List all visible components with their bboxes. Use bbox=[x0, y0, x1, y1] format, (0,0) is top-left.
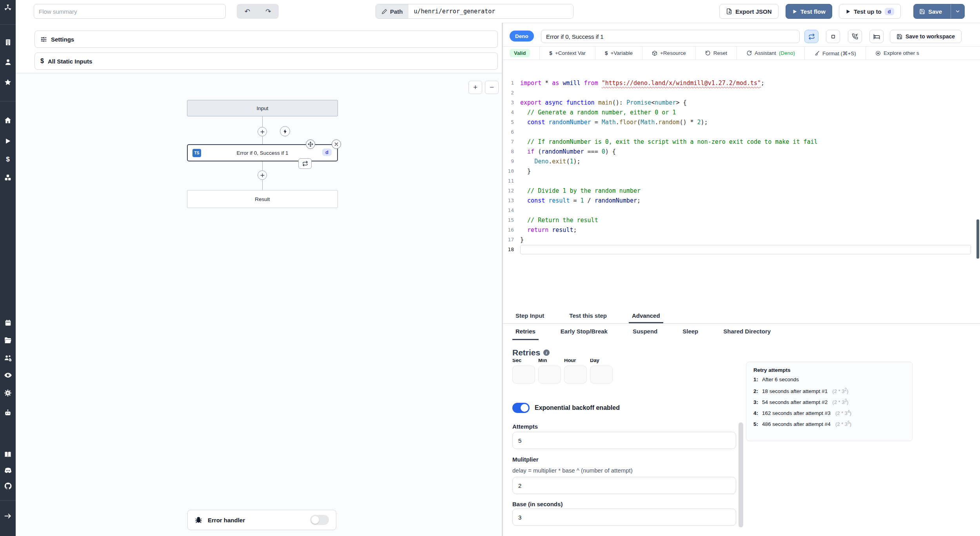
code-line-5[interactable]: 5 const randomNumber = Math.floor(Math.r… bbox=[503, 117, 980, 127]
folders-icon[interactable] bbox=[3, 335, 13, 345]
audit-eye-icon[interactable] bbox=[3, 370, 13, 380]
tab-test-this-step[interactable]: Test this step bbox=[566, 309, 610, 323]
insert-step-button[interactable] bbox=[258, 127, 267, 136]
code-line-2[interactable]: 2 bbox=[503, 88, 980, 98]
save-to-workspace-button[interactable]: Save to workspace bbox=[890, 30, 962, 43]
suspend-phone-button[interactable] bbox=[848, 30, 862, 43]
code-line-12[interactable]: 12 // Divide 1 by the random number bbox=[503, 186, 980, 196]
code-line-10[interactable]: 10 } bbox=[503, 166, 980, 176]
info-icon[interactable]: i bbox=[543, 349, 550, 356]
code-line-4[interactable]: 4 // Generate a random number, either 0 … bbox=[503, 107, 980, 117]
time-field-input[interactable] bbox=[538, 366, 561, 384]
reset-button[interactable]: Reset bbox=[695, 47, 737, 60]
code-line-16[interactable]: 16 return result; bbox=[503, 225, 980, 235]
editor-scrollbar-thumb[interactable] bbox=[976, 219, 979, 259]
discord-icon[interactable] bbox=[3, 465, 13, 475]
path-input[interactable] bbox=[408, 4, 573, 18]
code-line-14[interactable]: 14 bbox=[503, 205, 980, 215]
code-line-15[interactable]: 15 // Return the result bbox=[503, 215, 980, 225]
test-up-to-button[interactable]: Test up to d bbox=[839, 4, 901, 19]
save-button[interactable]: Save bbox=[913, 4, 965, 19]
add-context-var-button[interactable]: $+Context Var bbox=[539, 47, 595, 60]
time-field-input[interactable] bbox=[590, 366, 613, 384]
panel-splitter[interactable] bbox=[502, 23, 503, 536]
step-title-input[interactable] bbox=[541, 30, 800, 43]
zoom-out-button[interactable]: − bbox=[485, 81, 499, 94]
test-flow-button[interactable]: Test flow bbox=[786, 4, 832, 19]
all-static-inputs-row[interactable]: $ All Static Inputs bbox=[34, 53, 498, 70]
code-line-17[interactable]: 17} bbox=[503, 235, 980, 244]
code-line-9[interactable]: 9 Deno.exit(1); bbox=[503, 156, 980, 166]
editor-toolbar: Valid $+Context Var $+Variable +Resource… bbox=[503, 46, 980, 60]
explore-scripts-button[interactable]: Explore other s bbox=[866, 47, 929, 60]
variables-dollar-icon[interactable]: $ bbox=[3, 155, 13, 164]
docs-book-icon[interactable] bbox=[3, 450, 13, 459]
sleep-bed-button[interactable] bbox=[869, 30, 884, 43]
retries-toggle-button[interactable] bbox=[804, 30, 818, 43]
home-icon[interactable] bbox=[3, 116, 13, 125]
tab-step-input[interactable]: Step Input bbox=[512, 309, 547, 323]
trigger-bolt-button[interactable] bbox=[280, 126, 290, 136]
flow-summary-input[interactable] bbox=[34, 4, 226, 19]
code-line-3[interactable]: 3export async function main(): Promise<n… bbox=[503, 98, 980, 107]
delete-step-button[interactable] bbox=[332, 139, 341, 149]
move-step-button[interactable] bbox=[306, 139, 315, 149]
workers-robot-icon[interactable] bbox=[3, 408, 13, 417]
workspace-building-icon[interactable] bbox=[3, 37, 13, 47]
advanced-tab-early-stop-break[interactable]: Early Stop/Break bbox=[557, 324, 611, 340]
add-variable-button[interactable]: $+Variable bbox=[595, 47, 642, 60]
flow-node-step[interactable]: TS Error if 0, Success if 1 d bbox=[187, 144, 338, 161]
code-line-8[interactable]: 8 if (randomNumber === 0) { bbox=[503, 147, 980, 156]
favorites-star-icon[interactable] bbox=[3, 78, 13, 87]
panel-scrollbar-thumb[interactable] bbox=[739, 422, 743, 527]
step-retries-indicator[interactable] bbox=[298, 158, 312, 169]
windmill-logo-icon[interactable] bbox=[3, 3, 13, 13]
time-field-input[interactable] bbox=[564, 366, 587, 384]
line-number: 16 bbox=[503, 227, 520, 233]
github-icon[interactable] bbox=[3, 481, 13, 491]
pencil-icon bbox=[381, 9, 387, 14]
flow-node-result[interactable]: Result bbox=[187, 190, 338, 208]
advanced-tab-shared-directory[interactable]: Shared Directory bbox=[720, 324, 774, 340]
add-resource-button[interactable]: +Resource bbox=[642, 47, 695, 60]
user-icon[interactable] bbox=[3, 57, 13, 67]
play-icon bbox=[846, 9, 851, 14]
undo-icon[interactable]: ↶ bbox=[241, 7, 254, 16]
line-number: 2 bbox=[503, 90, 520, 96]
code-line-13[interactable]: 13 const result = 1 / randomNumber; bbox=[503, 196, 980, 205]
early-stop-button[interactable] bbox=[826, 30, 840, 43]
settings-gear-icon[interactable] bbox=[3, 388, 13, 398]
flow-node-input[interactable]: Input bbox=[187, 100, 338, 116]
time-field-input[interactable] bbox=[512, 366, 535, 384]
advanced-tab-suspend[interactable]: Suspend bbox=[630, 324, 661, 340]
advanced-tab-retries[interactable]: Retries bbox=[512, 324, 539, 340]
exponential-backoff-toggle[interactable] bbox=[512, 403, 530, 413]
redo-icon[interactable]: ↷ bbox=[261, 7, 275, 16]
code-line-11[interactable]: 11 bbox=[503, 176, 980, 186]
code-line-6[interactable]: 6 bbox=[503, 127, 980, 137]
expand-sidebar-arrow-icon[interactable] bbox=[3, 511, 13, 521]
assistant-button[interactable]: Assistant(Deno) bbox=[737, 47, 804, 60]
code-line-7[interactable]: 7 // If randomNumber is 0, exit the scri… bbox=[503, 137, 980, 147]
export-json-button[interactable]: Export JSON bbox=[719, 4, 779, 19]
code-editor[interactable]: 1import * as wmill from "https://deno.la… bbox=[503, 60, 980, 309]
runs-play-icon[interactable] bbox=[3, 136, 13, 146]
code-line-18[interactable]: 18 bbox=[503, 244, 980, 254]
zoom-in-button[interactable]: + bbox=[468, 81, 482, 94]
groups-users-gear-icon[interactable] bbox=[3, 353, 13, 362]
error-handler-toggle[interactable] bbox=[310, 515, 329, 525]
flow-canvas[interactable] bbox=[16, 73, 502, 536]
format-button[interactable]: Format (⌘+S) bbox=[804, 47, 866, 60]
schedules-calendar-icon[interactable] bbox=[3, 318, 13, 327]
insert-step-button[interactable] bbox=[258, 170, 267, 180]
base-input[interactable] bbox=[512, 509, 736, 526]
advanced-tab-sleep[interactable]: Sleep bbox=[679, 324, 701, 340]
resources-cubes-icon[interactable] bbox=[3, 173, 13, 182]
tab-advanced[interactable]: Advanced bbox=[629, 309, 663, 323]
code-line-1[interactable]: 1import * as wmill from "https://deno.la… bbox=[503, 78, 980, 88]
save-to-workspace-label: Save to workspace bbox=[906, 33, 955, 40]
save-dropdown-caret[interactable] bbox=[951, 4, 964, 18]
attempts-input[interactable] bbox=[512, 432, 736, 449]
multiplier-input[interactable] bbox=[512, 477, 736, 494]
flow-settings-row[interactable]: Settings bbox=[34, 31, 498, 48]
